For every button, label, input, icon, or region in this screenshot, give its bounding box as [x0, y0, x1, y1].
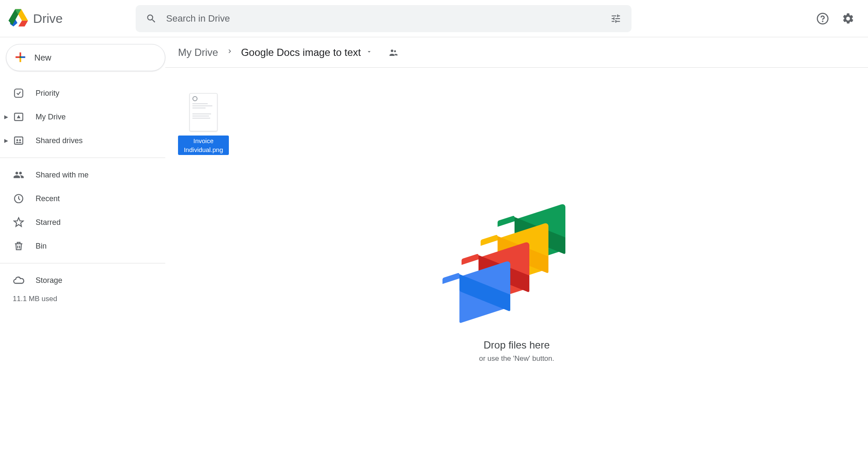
plus-icon: [13, 50, 28, 66]
header-actions: [815, 11, 860, 26]
sidebar-item-label: Priority: [36, 89, 59, 98]
app-name: Drive: [33, 11, 63, 26]
sidebar-item-bin[interactable]: Bin: [0, 234, 165, 258]
svg-point-8: [391, 50, 393, 52]
gear-icon[interactable]: [841, 11, 855, 26]
logo-area[interactable]: Drive: [8, 9, 136, 28]
expand-icon[interactable]: ▶: [4, 138, 8, 144]
file-name: Invoice Individual.png: [178, 136, 229, 155]
shared-drives-icon: [13, 135, 25, 147]
svg-point-6: [19, 139, 21, 141]
file-thumbnail: [189, 93, 217, 131]
svg-point-9: [394, 50, 396, 52]
drive-logo-icon: [8, 9, 28, 28]
sidebar-item-priority[interactable]: Priority: [0, 81, 165, 105]
svg-point-5: [17, 139, 18, 141]
breadcrumb: My Drive Google Docs image to text: [165, 37, 868, 68]
content-area[interactable]: Invoice Individual.png Drop files here o…: [165, 68, 868, 451]
people-icon: [13, 169, 25, 181]
sidebar-item-label: Starred: [36, 218, 61, 227]
trash-icon: [13, 240, 25, 252]
cloud-icon: [13, 274, 25, 286]
sidebar: New Priority ▶ My Drive ▶ S: [0, 37, 165, 451]
star-icon: [13, 216, 25, 228]
expand-icon[interactable]: ▶: [4, 114, 8, 120]
svg-point-1: [822, 21, 823, 21]
storage-used-text: 11.1 MB used: [0, 295, 165, 303]
sidebar-item-shared-drives[interactable]: ▶ Shared drives: [0, 129, 165, 152]
tune-icon[interactable]: [609, 11, 623, 26]
sidebar-item-label: Recent: [36, 194, 60, 203]
priority-icon: [13, 87, 25, 99]
breadcrumb-root[interactable]: My Drive: [178, 47, 218, 58]
drop-zone: Drop files here or use the 'New' button.: [455, 215, 578, 362]
search-input[interactable]: [166, 13, 609, 24]
file-tile[interactable]: Invoice Individual.png: [178, 93, 229, 155]
new-button[interactable]: New: [6, 44, 165, 71]
main: My Drive Google Docs image to text: [165, 37, 868, 451]
sidebar-item-shared-with-me[interactable]: Shared with me: [0, 163, 165, 187]
sidebar-item-label: Shared drives: [36, 136, 83, 145]
svg-rect-2: [14, 89, 23, 97]
chevron-down-icon[interactable]: [366, 48, 373, 56]
search-bar[interactable]: [136, 5, 632, 32]
folders-illustration: [455, 215, 578, 325]
sidebar-item-recent[interactable]: Recent: [0, 187, 165, 210]
sidebar-item-storage[interactable]: Storage: [0, 268, 165, 292]
chevron-right-icon: [226, 47, 234, 57]
clock-icon: [13, 193, 25, 205]
svg-rect-4: [14, 137, 23, 144]
drop-subtitle: or use the 'New' button.: [455, 354, 578, 362]
sidebar-item-label: Shared with me: [36, 171, 89, 180]
sidebar-item-starred[interactable]: Starred: [0, 210, 165, 234]
search-icon[interactable]: [144, 11, 159, 26]
new-button-label: New: [34, 53, 51, 63]
breadcrumb-current[interactable]: Google Docs image to text: [241, 47, 361, 58]
sidebar-item-label: Storage: [36, 276, 62, 285]
help-icon[interactable]: [815, 11, 830, 26]
share-people-icon[interactable]: [386, 45, 401, 60]
my-drive-icon: [13, 111, 25, 123]
header: Drive: [0, 0, 868, 37]
sidebar-item-label: Bin: [36, 242, 47, 251]
sidebar-item-label: My Drive: [36, 113, 66, 122]
drop-title: Drop files here: [455, 339, 578, 351]
sidebar-item-my-drive[interactable]: ▶ My Drive: [0, 105, 165, 129]
